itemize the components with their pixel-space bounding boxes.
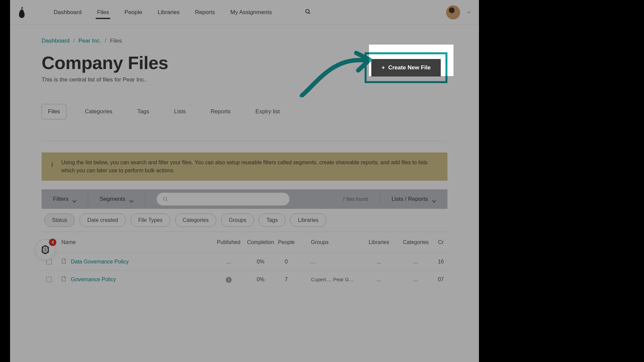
col-name[interactable]: Name bbox=[61, 239, 214, 245]
info-banner: i Using the list below, you can search a… bbox=[42, 153, 447, 181]
page-title: Company Files bbox=[42, 52, 168, 73]
tab-reports[interactable]: Reports bbox=[204, 104, 237, 119]
results-count: 7 files found bbox=[330, 196, 380, 202]
toolbar: Filters Segments 7 files found Lists / R… bbox=[42, 189, 447, 209]
plus-icon: + bbox=[381, 64, 385, 71]
segments-label: Segments bbox=[100, 196, 125, 202]
filters-button[interactable]: Filters bbox=[42, 189, 88, 209]
segments-button[interactable]: Segments bbox=[88, 189, 145, 209]
col-cr[interactable]: Cr bbox=[434, 239, 447, 245]
chevron-down-icon bbox=[129, 198, 133, 200]
filters-label: Filters bbox=[53, 196, 68, 202]
chip-date-created[interactable]: Date created bbox=[79, 214, 126, 227]
create-button-label: Create New File bbox=[388, 64, 431, 71]
cell-people: 7 bbox=[278, 277, 295, 283]
highlight-box: + Create New File bbox=[365, 52, 447, 83]
svg-point-2 bbox=[163, 197, 167, 200]
sub-tabs: Files Categories Tags Lists Reports Expi… bbox=[42, 104, 447, 119]
help-widget[interactable]: 4 bbox=[35, 239, 56, 260]
filter-chips: Status Date created File Types Categorie… bbox=[42, 214, 447, 227]
chevron-down-icon[interactable] bbox=[467, 10, 471, 14]
avatar[interactable] bbox=[446, 5, 460, 19]
check-icon: ✓ bbox=[226, 277, 232, 283]
logo-icon bbox=[18, 6, 25, 18]
chip-categories[interactable]: Categories bbox=[175, 214, 216, 227]
col-libraries[interactable]: Libraries bbox=[361, 239, 397, 245]
col-published[interactable]: Published bbox=[214, 239, 243, 245]
create-new-file-button[interactable]: + Create New File bbox=[371, 59, 441, 76]
widget-badge: 4 bbox=[49, 239, 56, 246]
svg-line-3 bbox=[166, 200, 167, 201]
top-navigation: Dashboard Files People Libraries Reports… bbox=[10, 0, 479, 25]
cell-completion: 0% bbox=[244, 259, 278, 265]
cell-cr: 16 bbox=[434, 259, 447, 265]
chip-libraries[interactable]: Libraries bbox=[290, 214, 326, 227]
nav-files[interactable]: Files bbox=[97, 1, 109, 24]
nav-libraries[interactable]: Libraries bbox=[158, 1, 179, 24]
cell-libraries: ... bbox=[361, 277, 397, 283]
nav-my-assignments[interactable]: My Assignments bbox=[230, 1, 272, 24]
tab-tags[interactable]: Tags bbox=[131, 104, 156, 119]
file-icon bbox=[61, 258, 66, 265]
svg-point-0 bbox=[306, 9, 309, 13]
info-text: Using the list below, you can search and… bbox=[61, 159, 438, 175]
search-box[interactable] bbox=[157, 193, 289, 205]
search-icon bbox=[163, 196, 168, 202]
lists-reports-label: Lists / Reports bbox=[391, 196, 428, 202]
breadcrumb-dashboard[interactable]: Dashboard bbox=[42, 38, 69, 44]
search-input[interactable] bbox=[172, 196, 283, 202]
tab-lists[interactable]: Lists bbox=[168, 104, 192, 119]
nav-reports[interactable]: Reports bbox=[195, 1, 215, 24]
row-checkbox[interactable] bbox=[46, 277, 52, 282]
tab-categories[interactable]: Categories bbox=[78, 104, 119, 119]
breadcrumb: Dashboard / Pear Inc. / Files bbox=[42, 38, 447, 44]
search-icon[interactable] bbox=[305, 9, 311, 16]
chip-tags[interactable]: Tags bbox=[259, 214, 285, 227]
cell-libraries: ... bbox=[361, 259, 397, 265]
chevron-down-icon bbox=[432, 198, 436, 200]
breadcrumb-company[interactable]: Pear Inc. bbox=[78, 38, 101, 44]
widget-icon bbox=[40, 245, 50, 255]
breadcrumb-current: Files bbox=[110, 38, 122, 44]
col-people[interactable]: People bbox=[278, 239, 295, 245]
col-categories[interactable]: Categories bbox=[397, 239, 434, 245]
cell-groups: Cupert..., Pear G... bbox=[295, 277, 360, 283]
cell-published: ✓ bbox=[214, 276, 243, 283]
cell-categories: ... bbox=[397, 259, 434, 265]
nav-people[interactable]: People bbox=[124, 1, 142, 24]
table-row: Governance Policy ✓ 0% 7 Cupert..., Pear… bbox=[42, 270, 447, 288]
cell-published: ... bbox=[214, 259, 243, 265]
col-groups[interactable]: Groups bbox=[295, 239, 360, 245]
page-subtitle: This is the central list of files for Pe… bbox=[42, 76, 168, 83]
nav-dashboard[interactable]: Dashboard bbox=[54, 1, 82, 24]
chevron-down-icon bbox=[72, 198, 76, 200]
file-name-link[interactable]: Governance Policy bbox=[61, 276, 214, 283]
cell-completion: 0% bbox=[244, 277, 278, 283]
info-icon: i bbox=[51, 160, 53, 169]
col-completion[interactable]: Completion bbox=[244, 239, 278, 245]
cell-groups: ... bbox=[295, 259, 360, 265]
file-name-link[interactable]: Data Governance Policy bbox=[61, 258, 214, 265]
cell-categories: ... bbox=[397, 277, 434, 283]
cell-people: 0 bbox=[278, 259, 295, 265]
cell-cr: 07 bbox=[434, 277, 447, 283]
chip-groups[interactable]: Groups bbox=[221, 214, 254, 227]
tab-expiry-list[interactable]: Expiry list bbox=[249, 104, 286, 119]
table-header: Name Published Completion People Groups … bbox=[42, 232, 447, 253]
tab-files[interactable]: Files bbox=[42, 104, 66, 119]
svg-line-1 bbox=[309, 12, 310, 14]
chip-status[interactable]: Status bbox=[44, 214, 75, 227]
chip-file-types[interactable]: File Types bbox=[130, 214, 170, 227]
file-icon bbox=[61, 276, 66, 283]
table-row: Data Governance Policy ... 0% 0 ... ... … bbox=[42, 253, 447, 270]
lists-reports-button[interactable]: Lists / Reports bbox=[380, 189, 447, 209]
